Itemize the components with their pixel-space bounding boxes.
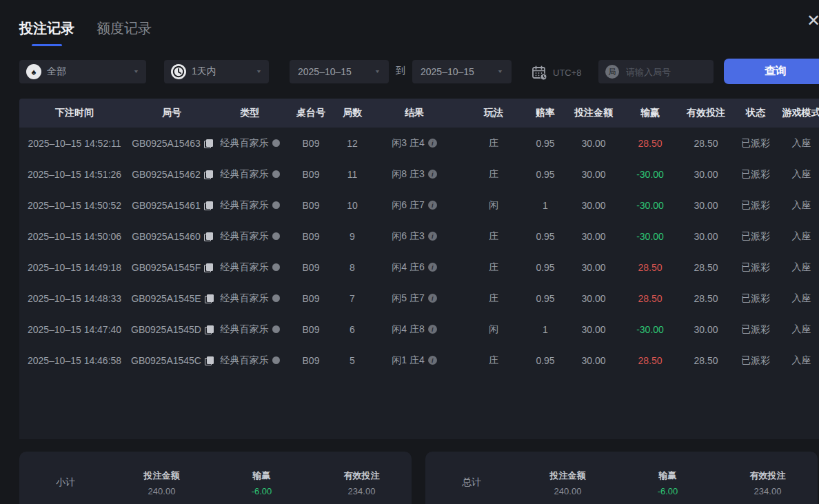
copy-icon[interactable] [204,139,212,148]
odds-cell: 0.95 [527,138,563,149]
bet-time-cell: 2025–10–15 14:50:52 [19,200,130,211]
type-cell: 经典百家乐 [214,137,286,150]
round-no-cell: 12 [336,138,369,149]
tab-bet-records[interactable]: 投注记录 [19,19,74,46]
subtotal-valid-bet: 有效投注 234.00 [312,470,412,496]
bet-amount-cell: 30.00 [563,262,624,273]
copy-icon[interactable] [204,201,212,210]
round-no-cell: 9 [336,231,369,242]
game-mode-cell: 入座 [776,168,819,181]
copy-icon[interactable] [205,294,212,303]
bet-amount-cell: 30.00 [563,231,624,242]
bet-records-table: 下注时间 局号 类型 桌台号 局数 结果 玩法 赔率 投注金额 输赢 有效投注 … [19,99,819,439]
tab-bet-records-label: 投注记录 [19,21,74,36]
game-type-dropdown[interactable]: ♠ 全部 ▼ [19,60,146,83]
info-icon[interactable]: i [428,139,437,148]
table-row: 2025–10–15 14:47:40 GB0925A1545D 经典百家乐 B… [19,314,819,345]
bet-amount-cell: 30.00 [563,138,624,149]
calendar-clock-icon[interactable] [531,64,547,81]
table-no-cell: B09 [286,293,336,304]
table-no-cell: B09 [286,355,336,366]
round-id-cell: GB0925A1545C [130,355,214,366]
tab-quota-records[interactable]: 额度记录 [97,19,152,46]
game-mode-cell: 入座 [776,354,819,367]
col-header-valid-bet: 有效投注 [676,107,736,119]
valid-bet-cell: 28.50 [676,293,736,304]
time-range-value: 1天内 [192,65,216,78]
table-no-cell: B09 [286,169,336,180]
table-body: 2025–10–15 14:52:11 GB0925A15463 经典百家乐 B… [19,128,819,376]
table-no-cell: B09 [286,324,336,335]
total-win-loss: 输赢 -6.00 [618,470,718,496]
round-no-cell: 11 [336,169,369,180]
round-id-cell: GB0925A15462 [130,169,214,180]
result-cell: 闲4 庄6 i [369,261,460,274]
type-cell: 经典百家乐 [214,168,286,181]
win-loss-cell: -30.00 [624,231,676,242]
close-icon[interactable]: ✕ [807,11,819,30]
info-icon[interactable]: i [428,201,437,210]
status-cell: 已派彩 [736,323,776,336]
status-cell: 已派彩 [736,199,776,212]
result-cell: 闲4 庄8 i [369,323,460,336]
col-header-play: 玩法 [460,107,527,119]
win-loss-cell: 28.50 [624,262,676,273]
table-row: 2025–10–15 14:50:06 GB0925A15460 经典百家乐 B… [19,221,819,252]
date-from-value: 2025–10–15 [298,66,352,77]
copy-icon[interactable] [205,325,212,334]
date-to-value: 2025–10–15 [421,66,474,77]
bet-amount-cell: 30.00 [563,293,624,304]
date-to-picker[interactable]: 2025–10–15 ▼ [412,60,512,83]
search-button[interactable]: 查询 [724,59,819,84]
bet-amount-cell: 30.00 [563,324,624,335]
time-range-dropdown[interactable]: 1天内 ▼ [164,60,269,83]
play-cell: 庄 [460,230,527,243]
summary-bar: 小计 投注金额 240.00 输赢 -6.00 有效投注 234.00 总计 投… [0,452,819,504]
timezone-group: UTC+8 [531,64,582,81]
date-from-picker[interactable]: 2025–10–15 ▼ [290,60,389,83]
round-id-cell: GB0925A1545F [130,262,214,273]
info-icon[interactable]: i [428,325,437,334]
bet-amount-cell: 30.00 [563,355,624,366]
odds-cell: 1 [527,324,563,335]
win-loss-cell: -30.00 [624,324,676,335]
play-cell: 闲 [460,323,527,336]
total-panel: 总计 投注金额 240.00 输赢 -6.00 有效投注 234.00 [425,452,818,504]
bet-amount-cell: 30.00 [563,169,624,180]
round-search-input[interactable] [625,66,707,78]
game-mode-cell: 入座 [776,292,819,305]
game-type-value: 全部 [47,65,66,78]
subtotal-bet-amount: 投注金额 240.00 [112,470,212,496]
table-row: 2025–10–15 14:49:18 GB0925A1545F 经典百家乐 B… [19,252,819,283]
tab-bar: 投注记录 额度记录 [19,19,152,46]
copy-icon[interactable] [205,356,212,365]
tab-quota-records-label: 额度记录 [97,21,152,36]
col-header-round-id: 局号 [130,107,214,119]
col-header-win-loss: 输赢 [624,107,676,119]
copy-icon[interactable] [204,232,212,241]
valid-bet-cell: 28.50 [676,355,736,366]
copy-icon[interactable] [204,170,212,179]
odds-cell: 0.95 [527,231,563,242]
bet-time-cell: 2025–10–15 14:50:06 [19,231,130,242]
info-icon[interactable]: i [428,170,437,179]
valid-bet-cell: 30.00 [676,169,736,180]
replay-dot-icon [272,201,280,209]
info-icon[interactable]: i [428,294,437,303]
copy-icon[interactable] [204,263,212,272]
win-loss-cell: 28.50 [624,293,676,304]
info-icon[interactable]: i [428,263,437,272]
type-cell: 经典百家乐 [214,354,286,367]
game-mode-cell: 入座 [776,323,819,336]
round-no-cell: 7 [336,293,369,304]
col-header-type: 类型 [214,107,286,119]
replay-dot-icon [272,139,280,147]
play-cell: 庄 [460,168,527,181]
result-cell: 闲3 庄4 i [369,137,460,150]
info-icon[interactable]: i [428,356,437,365]
type-cell: 经典百家乐 [214,230,286,243]
col-header-bet-time: 下注时间 [19,107,130,119]
table-no-cell: B09 [286,231,336,242]
total-label: 总计 [425,476,518,489]
info-icon[interactable]: i [428,232,437,241]
